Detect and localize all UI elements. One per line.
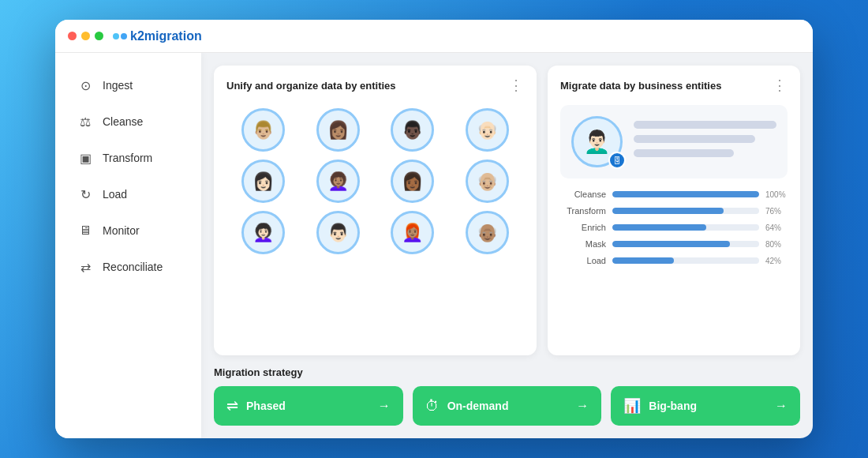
strategy-card-on-demand[interactable]: ⏱ On-demand → xyxy=(413,386,602,426)
sidebar: ⊙ Ingest ⚖ Cleanse ▣ Transform ↻ Load 🖥 … xyxy=(55,53,201,438)
unify-card: Unify and organize data by entities ⋮ 👨🏼… xyxy=(214,66,537,355)
progress-pct-2: 64% xyxy=(765,223,788,232)
progress-pct-1: 76% xyxy=(765,207,788,216)
progress-label-4: Load xyxy=(560,256,606,265)
avatar-face-10: 👩🏽‍🦰 xyxy=(393,213,432,252)
strategy-label-phased: Phased xyxy=(246,400,286,412)
avatar-face-2: 👨🏿 xyxy=(393,111,432,149)
unify-card-header: Unify and organize data by entities ⋮ xyxy=(226,78,524,92)
strategy-label-on-demand: On-demand xyxy=(447,400,509,412)
avatar-4: 👩🏻 xyxy=(241,160,285,203)
main-content: ⊙ Ingest ⚖ Cleanse ▣ Transform ↻ Load 🖥 … xyxy=(55,53,813,438)
sidebar-item-monitor[interactable]: 🖥 Monitor xyxy=(62,214,195,247)
sidebar-item-label-cleanse: Cleanse xyxy=(103,115,143,128)
entity-line-1 xyxy=(634,121,776,129)
sidebar-item-cleanse[interactable]: ⚖ Cleanse xyxy=(62,105,195,138)
big-bang-icon: 📊 xyxy=(623,397,641,415)
avatar-1: 👩🏽 xyxy=(316,108,360,152)
sidebar-item-ingest[interactable]: ⊙ Ingest xyxy=(62,69,195,102)
avatar-9: 👨🏻 xyxy=(316,211,360,254)
progress-pct-0: 100% xyxy=(765,190,788,199)
progress-label-0: Cleanse xyxy=(560,190,606,199)
avatar-0: 👨🏼 xyxy=(241,108,285,152)
avatar-face-8: 👩🏻‍🦱 xyxy=(244,213,282,252)
progress-track-1 xyxy=(612,208,759,214)
cards-row: Unify and organize data by entities ⋮ 👨🏼… xyxy=(214,66,800,355)
avatar-10: 👩🏽‍🦰 xyxy=(391,211,434,254)
progress-fill-1 xyxy=(612,208,724,214)
sidebar-item-label-monitor: Monitor xyxy=(103,224,140,237)
migrate-card-menu[interactable]: ⋮ xyxy=(773,78,788,92)
reconciliate-icon: ⇄ xyxy=(77,259,93,275)
avatar-face-1: 👩🏽 xyxy=(319,111,357,149)
avatar-face-0: 👨🏼 xyxy=(244,111,282,149)
progress-pct-3: 80% xyxy=(765,240,788,249)
progress-fill-4 xyxy=(612,257,674,264)
strategy-left-big-bang: 📊 Big-bang xyxy=(623,397,697,415)
progress-item-enrich: Enrich 64% xyxy=(560,223,788,232)
progress-track-0 xyxy=(612,191,759,197)
avatar-face-5: 👩🏽‍🦱 xyxy=(319,162,357,201)
sidebar-item-load[interactable]: ↻ Load xyxy=(62,178,195,211)
progress-item-cleanse: Cleanse 100% xyxy=(560,190,788,199)
progress-item-transform: Transform 76% xyxy=(560,206,788,216)
progress-fill-3 xyxy=(612,241,730,247)
strategy-card-big-bang[interactable]: 📊 Big-bang → xyxy=(611,386,800,426)
sidebar-item-reconciliate[interactable]: ⇄ Reconciliate xyxy=(62,250,195,283)
title-bar: k2migration xyxy=(55,20,813,53)
sidebar-item-label-ingest: Ingest xyxy=(103,79,133,92)
migrate-card-header: Migrate data by business entities ⋮ xyxy=(560,78,788,92)
load-icon: ↻ xyxy=(77,186,93,202)
progress-label-1: Transform xyxy=(560,206,606,216)
progress-label-2: Enrich xyxy=(560,223,606,232)
strategy-label-big-bang: Big-bang xyxy=(649,400,697,412)
avatar-7: 👴🏼 xyxy=(466,160,509,203)
on-demand-arrow: → xyxy=(576,399,589,413)
browser-window: k2migration ⊙ Ingest ⚖ Cleanse ▣ Transfo… xyxy=(55,20,813,438)
entity-avatar-wrap: 👨🏻‍🦱 🗄 xyxy=(571,116,623,167)
on-demand-icon: ⏱ xyxy=(425,398,440,415)
avatar-grid: 👨🏼 👩🏽 👨🏿 👴🏻 👩🏻 👩🏽‍🦱 👩🏾 👴🏼 👩🏻‍🦱 👨🏻 👩🏽‍🦰 👴… xyxy=(226,105,524,257)
entity-line-2 xyxy=(634,135,755,143)
progress-pct-4: 42% xyxy=(765,257,788,265)
brand-text: k2migration xyxy=(130,29,202,43)
strategy-left-on-demand: ⏱ On-demand xyxy=(425,398,509,415)
sidebar-item-label-load: Load xyxy=(103,188,127,201)
phased-icon: ⇌ xyxy=(226,397,238,415)
minimize-button[interactable] xyxy=(81,32,90,40)
avatar-face-6: 👩🏾 xyxy=(393,162,432,201)
avatar-8: 👩🏻‍🦱 xyxy=(241,211,285,254)
maximize-button[interactable] xyxy=(95,32,103,40)
transform-icon: ▣ xyxy=(77,150,93,166)
migrate-card: Migrate data by business entities ⋮ 👨🏻‍🦱… xyxy=(548,66,800,355)
unify-card-menu[interactable]: ⋮ xyxy=(509,78,524,92)
progress-track-2 xyxy=(612,224,759,231)
unify-card-title: Unify and organize data by entities xyxy=(226,80,396,92)
avatar-face-3: 👴🏻 xyxy=(468,111,507,149)
brand-dot-1 xyxy=(113,33,119,39)
entity-preview: 👨🏻‍🦱 🗄 xyxy=(560,105,788,178)
sidebar-item-transform[interactable]: ▣ Transform xyxy=(62,141,195,175)
entity-line-3 xyxy=(634,149,734,157)
phased-arrow: → xyxy=(378,399,391,413)
traffic-lights xyxy=(68,32,103,40)
avatar-face-7: 👴🏼 xyxy=(468,162,507,201)
strategy-cards: ⇌ Phased → ⏱ On-demand → xyxy=(214,386,800,426)
brand-dot-2 xyxy=(121,33,127,39)
strategy-card-phased[interactable]: ⇌ Phased → xyxy=(214,386,403,426)
progress-track-4 xyxy=(612,257,759,264)
progress-track-3 xyxy=(612,241,759,247)
progress-list: Cleanse 100% Transform 76% Enrich 64% Ma… xyxy=(560,190,788,265)
progress-item-load: Load 42% xyxy=(560,256,788,265)
entity-lines xyxy=(634,116,776,163)
migrate-card-title: Migrate data by business entities xyxy=(560,80,721,92)
avatar-11: 👴🏽 xyxy=(466,211,509,254)
monitor-icon: 🖥 xyxy=(77,223,93,238)
avatar-2: 👨🏿 xyxy=(391,108,434,152)
progress-fill-0 xyxy=(612,191,759,197)
brand: k2migration xyxy=(113,29,202,43)
close-button[interactable] xyxy=(68,32,77,40)
avatar-face-4: 👩🏻 xyxy=(244,162,282,201)
content-area: Unify and organize data by entities ⋮ 👨🏼… xyxy=(201,53,813,438)
strategy-section: Migration strategy ⇌ Phased → ⏱ On-deman… xyxy=(214,366,800,426)
